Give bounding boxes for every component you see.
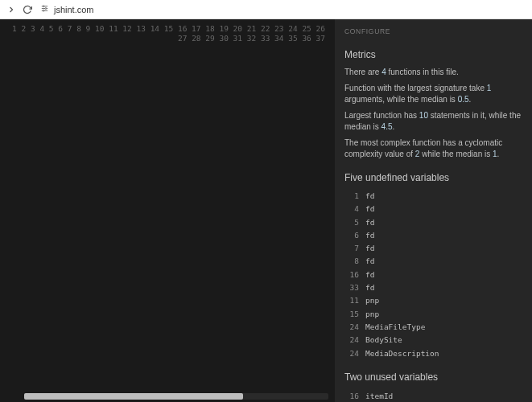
variable-row[interactable]: 8fd bbox=[344, 255, 522, 268]
variable-name: fd bbox=[365, 217, 374, 228]
sidebar: CONFIGURE Metrics There are 4 functions … bbox=[335, 19, 532, 402]
variable-row[interactable]: 15pnp bbox=[344, 307, 522, 320]
variable-name: MediaFileType bbox=[365, 322, 425, 332]
variable-row[interactable]: 24MediaDescription bbox=[344, 347, 522, 359]
variable-line-number: 24 bbox=[344, 334, 359, 345]
browser-toolbar: jshint.com bbox=[0, 0, 532, 19]
variable-name: MediaDescription bbox=[365, 348, 439, 359]
code-content[interactable]: fd.spRendered( function() { var listOrLi… bbox=[332, 19, 335, 402]
variable-row[interactable]: 33fd bbox=[344, 281, 522, 294]
variable-name: fd bbox=[365, 256, 374, 266]
scrollbar-thumb[interactable] bbox=[24, 393, 243, 400]
variable-line-number: 7 bbox=[344, 243, 359, 253]
metric-functions: There are 4 functions in this file. bbox=[344, 67, 522, 78]
site-tune-icon[interactable] bbox=[40, 4, 49, 14]
configure-heading[interactable]: CONFIGURE bbox=[344, 27, 522, 37]
variable-line-number: 1 bbox=[344, 191, 359, 201]
variable-line-number: 6 bbox=[344, 230, 359, 240]
line-gutter: 1 2 3 4 5 6 7 8 9 10 11 12 13 14 15 16 1… bbox=[0, 19, 332, 402]
variable-row[interactable]: 7fd bbox=[344, 242, 522, 255]
variable-row[interactable]: 16fd bbox=[344, 268, 522, 281]
reload-icon[interactable] bbox=[23, 5, 32, 14]
variable-line-number: 11 bbox=[344, 295, 359, 306]
undefined-heading: Five undefined variables bbox=[344, 171, 522, 185]
variable-row[interactable]: 5fd bbox=[344, 215, 522, 228]
variable-row[interactable]: 16itemId bbox=[344, 389, 522, 402]
unused-list: 16itemId4filename bbox=[344, 389, 522, 402]
variable-line-number: 33 bbox=[344, 282, 359, 293]
variable-row[interactable]: 24MediaFileType bbox=[344, 320, 522, 333]
variable-line-number: 5 bbox=[344, 217, 359, 228]
variable-row[interactable]: 1fd bbox=[344, 189, 522, 202]
variable-line-number: 4 bbox=[344, 203, 359, 214]
app-container: 1 2 3 4 5 6 7 8 9 10 11 12 13 14 15 16 1… bbox=[0, 19, 532, 402]
variable-line-number: 15 bbox=[344, 309, 359, 319]
unused-heading: Two unused variables bbox=[344, 371, 522, 384]
undefined-list: 1fd4fd5fd6fd7fd8fd16fd33fd11pnp15pnp24Me… bbox=[344, 189, 522, 359]
variable-row[interactable]: 24BodySite bbox=[344, 334, 522, 347]
svg-point-3 bbox=[43, 6, 44, 7]
variable-name: fd bbox=[365, 282, 374, 293]
metric-statements: Largest function has 10 statements in it… bbox=[344, 110, 522, 133]
variable-line-number: 8 bbox=[344, 256, 359, 266]
url-text[interactable]: jshint.com bbox=[54, 5, 94, 14]
metrics-block: There are 4 functions in this file. Func… bbox=[344, 67, 522, 160]
forward-icon[interactable] bbox=[6, 5, 16, 14]
metrics-heading: Metrics bbox=[344, 48, 522, 62]
variable-name: pnp bbox=[365, 295, 379, 306]
variable-line-number: 24 bbox=[344, 322, 359, 332]
variable-row[interactable]: 6fd bbox=[344, 228, 522, 241]
variable-line-number: 16 bbox=[344, 269, 359, 280]
variable-name: BodySite bbox=[365, 334, 402, 345]
variable-name: fd bbox=[365, 191, 374, 201]
code-editor[interactable]: 1 2 3 4 5 6 7 8 9 10 11 12 13 14 15 16 1… bbox=[0, 19, 335, 402]
variable-name: pnp bbox=[365, 309, 379, 319]
svg-point-4 bbox=[45, 8, 47, 10]
variable-name: fd bbox=[365, 230, 374, 240]
metric-complexity: The most complex function has a cyclomat… bbox=[344, 137, 522, 160]
variable-row[interactable]: 4fd bbox=[344, 203, 522, 215]
variable-name: fd bbox=[365, 269, 374, 280]
variable-name: fd bbox=[365, 243, 374, 253]
svg-point-5 bbox=[43, 10, 44, 11]
variable-line-number: 24 bbox=[344, 348, 359, 359]
variable-name: itemId bbox=[365, 391, 393, 401]
metric-signature: Function with the largest signature take… bbox=[344, 83, 522, 105]
variable-row[interactable]: 11pnp bbox=[344, 294, 522, 307]
horizontal-scrollbar[interactable] bbox=[24, 393, 328, 400]
variable-name: fd bbox=[365, 203, 374, 214]
variable-line-number: 16 bbox=[344, 391, 359, 401]
